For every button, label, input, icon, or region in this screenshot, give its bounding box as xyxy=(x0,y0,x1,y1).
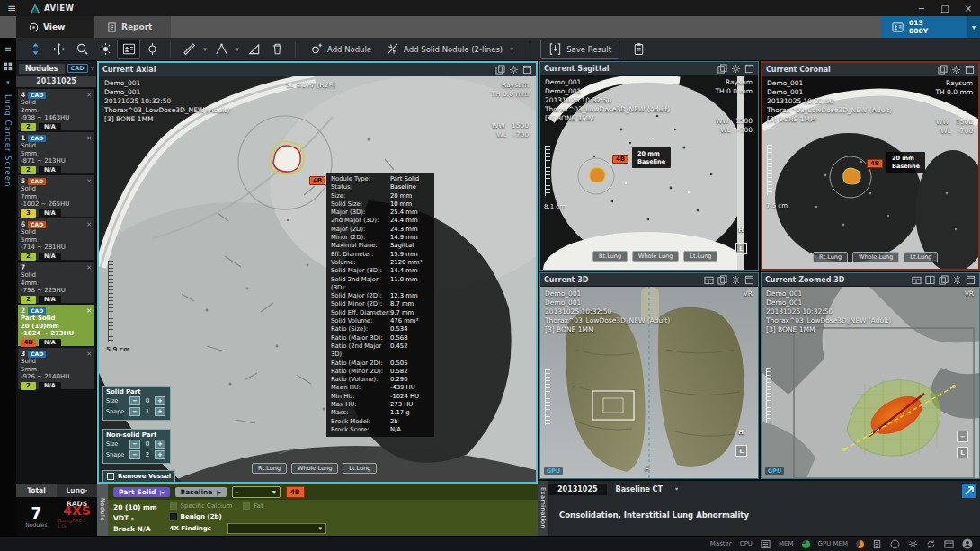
close-icon[interactable]: ✕ xyxy=(86,178,92,185)
sync-icon[interactable] xyxy=(926,539,936,549)
minimize-button[interactable]: − xyxy=(910,0,933,16)
hamburger-menu-icon[interactable]: ≡ xyxy=(0,2,23,14)
ruler-dropdown-caret[interactable]: ▾ xyxy=(200,46,209,53)
sagittal-viewport[interactable]: Demo_001Demo_00120131025 10:32:50Thorax^… xyxy=(540,76,758,270)
lung-region-button[interactable]: Rt.Lung xyxy=(252,463,287,474)
close-icon[interactable]: ✕ xyxy=(86,307,92,315)
examination-tab[interactable]: Examination xyxy=(538,481,548,536)
lung-region-button[interactable]: Rt.Lung xyxy=(592,251,628,262)
plus-button[interactable]: + xyxy=(155,396,165,405)
settings-icon[interactable] xyxy=(509,65,519,75)
nodule-4b-badge[interactable]: 4B xyxy=(867,159,883,168)
close-icon[interactable]: ✕ xyxy=(86,92,92,99)
maximize-icon[interactable] xyxy=(965,65,975,75)
close-icon[interactable]: ✕ xyxy=(86,135,92,142)
tab-view[interactable]: View xyxy=(16,16,94,38)
lung-region-button[interactable]: Lt.Lung xyxy=(683,251,717,262)
patient-badge[interactable]: 013 000Y ▾ xyxy=(881,16,980,38)
save-result-button[interactable]: Save Result xyxy=(540,40,619,59)
maximize-icon[interactable] xyxy=(522,65,532,75)
maximize-icon[interactable] xyxy=(966,275,976,285)
cobb-angle-tool[interactable] xyxy=(242,40,265,59)
total-tab[interactable]: Total xyxy=(16,484,57,497)
lung-region-button[interactable]: Lt.Lung xyxy=(904,252,938,262)
benign-checkbox[interactable]: Benign (2b) xyxy=(170,513,222,520)
rail-menu-icon[interactable]: ≡ xyxy=(4,45,12,54)
exam-date-tab[interactable]: 20131025 xyxy=(548,484,607,495)
layout-icon[interactable] xyxy=(925,275,935,285)
window-level-tool[interactable] xyxy=(94,40,117,59)
nodule-status-dropdown[interactable]: Baseline|▾ xyxy=(175,487,227,497)
settings-icon[interactable] xyxy=(952,275,962,285)
plus-button[interactable]: + xyxy=(155,440,165,449)
nodules-title[interactable]: Nodules xyxy=(19,64,65,74)
nodule-card[interactable]: 7 ✕ Solid 4mm -798 ~ 225HU 2 N/A xyxy=(18,262,94,303)
lung-region-button[interactable]: Whole Lung xyxy=(632,251,679,262)
ruler-measure-tool[interactable] xyxy=(177,40,200,59)
nodule-panel-tab[interactable]: Nodule xyxy=(97,484,108,536)
cad-filter-toggle[interactable]: CAD xyxy=(67,64,88,73)
add-nodule-button[interactable]: Add Nodule xyxy=(302,40,379,59)
nodule-4b-badge[interactable]: 4B xyxy=(309,176,325,185)
log-icon[interactable] xyxy=(872,539,882,549)
sagittal-panel[interactable]: Current Sagittal xyxy=(539,61,759,271)
user-avatar-icon[interactable] xyxy=(962,538,973,549)
pan-tool[interactable] xyxy=(47,40,70,59)
nodule-card[interactable]: 3 CAD ✕ Solid 5mm -926 ~ 2140HU 2 N/A xyxy=(18,348,94,389)
settings-icon[interactable] xyxy=(731,64,741,74)
snapshot-icon[interactable] xyxy=(704,275,714,285)
export-icon[interactable] xyxy=(939,275,949,285)
info-icon[interactable] xyxy=(890,539,900,549)
close-icon[interactable]: ✕ xyxy=(86,264,92,271)
patient-dropdown-caret[interactable]: ▾ xyxy=(967,16,980,38)
zoomed3d-panel[interactable]: Current Zoomed 3D xyxy=(761,272,980,479)
nodule-4b-badge[interactable]: 4B xyxy=(612,155,628,164)
nodule-card[interactable]: 4 CAD ✕ Solid 3mm -938 ~ 1463HU 2 N/A xyxy=(18,89,94,130)
lung-region-button[interactable]: Whole Lung xyxy=(291,463,338,474)
maximize-button[interactable]: □ xyxy=(933,0,957,16)
coronal-viewport[interactable]: Demo_001Demo_00120131025 10:32:50Thorax^… xyxy=(762,76,978,269)
add-solid-nodule-button[interactable]: Add Solid Nodule (2-lines) ▾ xyxy=(379,40,523,59)
minus-button[interactable]: − xyxy=(129,450,140,459)
nodule-card[interactable]: 6 CAD ✕ Solid 5mm -714 ~ 281HU 2 N/A xyxy=(18,218,94,260)
settings-icon[interactable] xyxy=(908,539,918,549)
close-icon[interactable]: ✕ xyxy=(86,221,92,228)
remove-vessel-checkbox[interactable]: Remove Vessel xyxy=(102,470,175,482)
plus-button[interactable]: + xyxy=(155,450,165,459)
expand-button[interactable] xyxy=(962,484,976,498)
settings-icon[interactable] xyxy=(731,275,741,285)
angle-dropdown-caret[interactable]: ▾ xyxy=(233,46,242,53)
rail-grid-icon[interactable] xyxy=(4,62,13,71)
delete-tool[interactable] xyxy=(265,40,289,59)
window-layout-icon[interactable] xyxy=(944,539,954,549)
axial-viewport[interactable]: Demo_001Demo_00120131025 10:32:50Thorax^… xyxy=(99,76,536,482)
maximize-icon[interactable] xyxy=(744,64,754,74)
volume3d-viewport[interactable]: Demo_001Demo_00120131025 10:32:50Thorax^… xyxy=(540,287,758,478)
maximize-icon[interactable] xyxy=(744,275,754,285)
patient-info-overlay-tool[interactable] xyxy=(117,40,140,59)
export-icon[interactable] xyxy=(495,65,505,75)
study-date[interactable]: 20131025 xyxy=(16,76,96,87)
specific-calcium-checkbox[interactable]: Specific Calcium xyxy=(170,502,233,510)
minus-button[interactable]: − xyxy=(129,396,140,405)
nodule-type-dropdown[interactable]: Part Solid|▾ xyxy=(113,487,170,497)
lung-region-button[interactable]: Whole Lung xyxy=(852,252,899,262)
tab-report[interactable]: Report xyxy=(94,16,171,38)
lungrads-tab[interactable]: Lung-RADS xyxy=(57,484,97,497)
lung-region-button[interactable]: Rt.Lung xyxy=(813,252,848,262)
angle-measure-tool[interactable] xyxy=(209,40,233,59)
close-button[interactable]: × xyxy=(957,0,980,16)
fat-checkbox[interactable]: Fat xyxy=(243,502,263,510)
coronal-panel[interactable]: Current Coronal xyxy=(761,61,980,271)
export-icon[interactable] xyxy=(717,275,727,285)
zoom-tool[interactable] xyxy=(70,40,94,59)
snapshot-icon[interactable] xyxy=(912,275,922,285)
axial-panel[interactable]: Current Axial xyxy=(97,61,538,484)
close-icon[interactable]: ✕ xyxy=(86,351,92,358)
minus-button[interactable]: − xyxy=(129,440,140,449)
nodule-card[interactable]: 1 CAD ✕ Solid 5mm -871 ~ 213HU 2 N/A xyxy=(18,132,94,173)
nodule-card[interactable]: 5 CAD ✕ Solid 7mm -1002 ~ 265HU 3 N/A xyxy=(18,175,94,217)
filter-icon[interactable] xyxy=(91,64,94,74)
nodule-extra-dropdown[interactable]: -▾ xyxy=(232,486,281,498)
add-solid-dropdown-caret[interactable]: ▾ xyxy=(507,46,516,53)
